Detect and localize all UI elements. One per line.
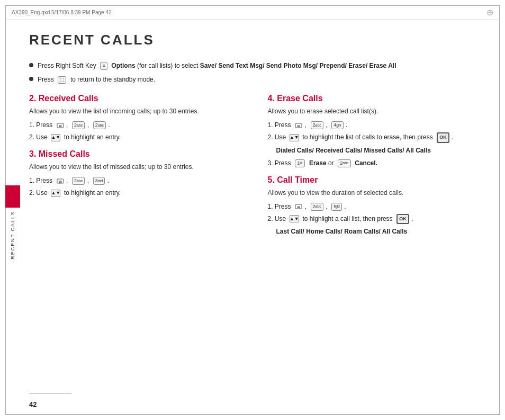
side-tab-red (5, 185, 20, 208)
nav-pad-icon-4: ▲▼ (290, 215, 299, 222)
side-tab: RECENT CALLS (5, 180, 20, 265)
bullet-dot-1 (29, 63, 33, 67)
bullet-1-text: Press Right Soft Key ≡ Options (for call… (38, 61, 396, 70)
right-column: 4. Erase Calls Allows you to erase selec… (268, 94, 490, 244)
main-content: RECENT CALLS Press Right Soft Key ≡ Opti… (29, 21, 489, 399)
bullet-2-text: Press ⬚ to return to the standby mode. (38, 75, 155, 84)
call-timer-section: 5. Call Timer Allows you to view the dur… (268, 175, 490, 237)
received-calls-body: Allows you to view the list of incoming … (29, 106, 251, 116)
bullets-section: Press Right Soft Key ≡ Options (for call… (29, 61, 489, 84)
missed-calls-heading: 3. Missed Calls (29, 149, 251, 159)
key-2abc-4-icon: 2abc (311, 121, 323, 129)
bullet-item-1: Press Right Soft Key ≡ Options (for call… (29, 61, 489, 70)
erase-step1: 1. Press ☎ , 2abc , 4ghi . (268, 120, 490, 130)
key-2abc-3-icon: 2abc (72, 177, 85, 185)
key-4ghi-icon: 4ghi (331, 121, 343, 129)
timer-indented: Last Call/ Home Calls/ Roam Calls/ All C… (268, 227, 490, 236)
erase-calls-body: Allows you to erase selected call list(s… (268, 106, 490, 116)
erase-step2: 2. Use ▲▼ to highlight the list of calls… (268, 132, 490, 143)
svg-text:☎: ☎ (59, 180, 62, 183)
erase-step3: 3. Press 1⊕ Erase or 2abc Cancel. (268, 158, 490, 168)
erase-indented: Dialed Calls/ Received Calls/ Missed Cal… (268, 146, 490, 155)
erase-calls-section: 4. Erase Calls Allows you to erase selec… (268, 94, 490, 168)
crosshair-icon: ⊕ (486, 7, 493, 17)
timer-step1: 1. Press ☎ , 2abc , 5jkl . (268, 202, 490, 211)
key-1-erase-icon: 1⊕ (295, 159, 305, 167)
received-step2: 2. Use ▲▼ to highlight an entry. (29, 132, 251, 142)
received-calls-section: 2. Received Calls Allows you to view the… (29, 94, 251, 142)
missed-calls-section: 3. Missed Calls Allows you to view the l… (29, 149, 251, 198)
key-2abc-2-icon: 2abc (93, 121, 106, 129)
options-icon: ≡ (100, 62, 107, 70)
ok-icon-2: OK (396, 214, 409, 225)
two-column-layout: 2. Received Calls Allows you to view the… (29, 94, 489, 244)
phone-icon-1: ☎ (57, 123, 64, 128)
nav-pad-icon-3: ▲▼ (290, 134, 299, 141)
page-title: RECENT CALLS (29, 32, 489, 48)
svg-text:☎: ☎ (297, 124, 300, 127)
header-bar: AX390_Eng.qxd 5/17/06 8:39 PM Page 42 ⊕ (5, 5, 500, 20)
missed-step1: 1. Press ☎ , 2abc , 3def . (29, 176, 251, 185)
key-5jkl-icon: 5jkl (331, 203, 342, 211)
erase-calls-heading: 4. Erase Calls (268, 94, 490, 103)
phone-icon-3: ☎ (295, 123, 302, 128)
received-step1: 1. Press ☎ , 2abc , 2abc . (29, 120, 251, 130)
nav-pad-icon-1: ▲▼ (51, 134, 60, 141)
left-column: 2. Received Calls Allows you to view the… (29, 94, 251, 244)
call-timer-heading: 5. Call Timer (268, 175, 490, 185)
end-key-icon: ⬚ (58, 76, 66, 84)
phone-icon-4: ☎ (295, 204, 302, 209)
ok-icon-1: OK (437, 132, 449, 143)
bullet-dot-2 (29, 77, 33, 81)
key-2abc-6-icon: 2abc (311, 203, 323, 211)
key-3def-icon: 3def (93, 177, 105, 185)
timer-step2: 2. Use ▲▼ to highlight a call list, then… (268, 214, 490, 225)
side-tab-label: RECENT CALLS (10, 211, 15, 260)
svg-text:☎: ☎ (297, 205, 300, 209)
page-number: 42 (29, 400, 37, 408)
nav-pad-icon-2: ▲▼ (51, 190, 60, 197)
phone-icon-2: ☎ (57, 178, 64, 184)
key-2abc-5-icon: 2abc (338, 159, 350, 167)
bullet-item-2: Press ⬚ to return to the standby mode. (29, 75, 489, 84)
missed-calls-body: Allows you to view the list of missed ca… (29, 162, 251, 172)
header-text: AX390_Eng.qxd 5/17/06 8:39 PM Page 42 (12, 10, 111, 15)
missed-step2: 2. Use ▲▼ to highlight an entry. (29, 188, 251, 198)
key-2abc-icon: 2abc (72, 121, 85, 129)
call-timer-body: Allows you to view the duration of selec… (268, 188, 490, 198)
svg-text:☎: ☎ (59, 124, 62, 127)
received-calls-heading: 2. Received Calls (29, 94, 251, 103)
